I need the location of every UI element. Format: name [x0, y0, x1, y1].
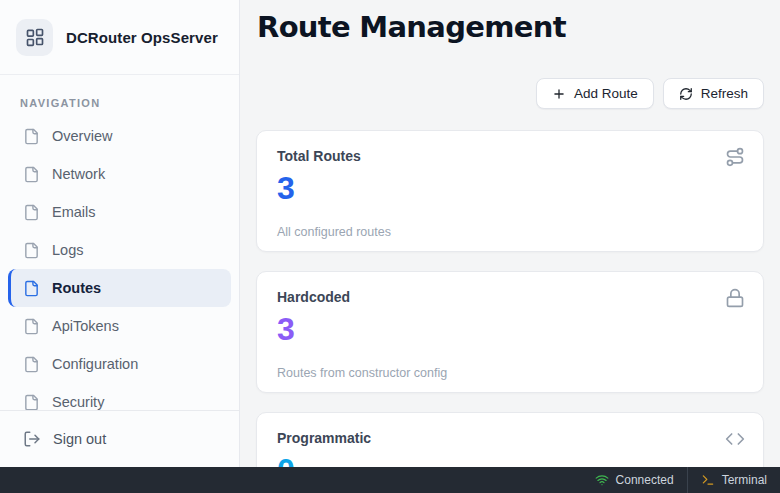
sidebar-item-configuration[interactable]: Configuration: [8, 345, 231, 383]
sidebar-item-logs[interactable]: Logs: [8, 231, 231, 269]
sign-out-button[interactable]: Sign out: [8, 420, 231, 458]
sidebar-item-label: Routes: [52, 280, 101, 296]
sidebar-item-label: Configuration: [52, 356, 138, 372]
card-title: Hardcoded: [277, 289, 743, 305]
card-value: 3: [277, 313, 743, 345]
connection-status[interactable]: Connected: [582, 467, 687, 493]
nav-section-label: NAVIGATION: [20, 97, 219, 109]
refresh-button[interactable]: Refresh: [663, 78, 764, 109]
file-icon: [23, 394, 40, 411]
add-route-button[interactable]: Add Route: [536, 78, 654, 109]
add-route-label: Add Route: [574, 86, 638, 101]
sidebar-item-security[interactable]: Security: [8, 383, 231, 410]
sidebar-item-overview[interactable]: Overview: [8, 117, 231, 155]
terminal-label: Terminal: [722, 473, 767, 487]
content-row: DCRouter OpsServer NAVIGATION Overview N…: [0, 0, 780, 467]
lock-icon: [725, 288, 745, 308]
sidebar-footer: Sign out: [0, 410, 239, 467]
app-window: DCRouter OpsServer NAVIGATION Overview N…: [0, 0, 780, 493]
card-subtitle: Routes from constructor config: [277, 366, 743, 380]
sidebar-item-label: Network: [52, 166, 105, 182]
sidebar-item-label: Emails: [52, 204, 96, 220]
file-icon: [23, 166, 40, 183]
card-title: Programmatic: [277, 430, 743, 446]
card-value: 0: [277, 454, 743, 467]
file-icon: [23, 242, 40, 259]
sidebar-item-network[interactable]: Network: [8, 155, 231, 193]
toolbar: Add Route Refresh: [256, 78, 764, 109]
page-title: Route Management: [257, 11, 764, 44]
card-title: Total Routes: [277, 148, 743, 164]
log-out-icon: [23, 430, 41, 448]
sign-out-label: Sign out: [53, 431, 106, 447]
grid-icon: [16, 19, 53, 56]
refresh-label: Refresh: [701, 86, 748, 101]
code-icon: [725, 429, 745, 449]
wifi-icon: [595, 473, 609, 487]
route-icon: [725, 147, 745, 167]
file-icon: [23, 280, 40, 297]
card-programmatic: Programmatic 0: [256, 412, 764, 467]
connection-status-label: Connected: [616, 473, 674, 487]
brand: DCRouter OpsServer: [0, 0, 239, 75]
sidebar-item-label: Logs: [52, 242, 83, 258]
refresh-icon: [679, 87, 693, 101]
sidebar-item-emails[interactable]: Emails: [8, 193, 231, 231]
card-hardcoded: Hardcoded 3 Routes from constructor conf…: [256, 271, 764, 393]
sidebar-item-routes[interactable]: Routes: [8, 269, 231, 307]
status-bar: Connected Terminal: [0, 467, 780, 493]
terminal-toggle[interactable]: Terminal: [688, 467, 780, 493]
card-subtitle: All configured routes: [277, 225, 743, 239]
sidebar-item-apitokens[interactable]: ApiTokens: [8, 307, 231, 345]
sidebar-nav: Overview Network Emails Logs Routes: [0, 117, 239, 410]
stat-cards: Total Routes 3 All configured routes Har…: [256, 130, 764, 467]
file-icon: [23, 356, 40, 373]
sidebar-item-label: Overview: [52, 128, 112, 144]
brand-title: DCRouter OpsServer: [66, 29, 218, 46]
sidebar-item-label: Security: [52, 394, 104, 410]
file-icon: [23, 318, 40, 335]
card-value: 3: [277, 172, 743, 204]
file-icon: [23, 128, 40, 145]
plus-icon: [552, 87, 566, 101]
sidebar: DCRouter OpsServer NAVIGATION Overview N…: [0, 0, 240, 467]
main-content: Route Management Add Route Refresh Total…: [240, 0, 780, 467]
card-total-routes: Total Routes 3 All configured routes: [256, 130, 764, 252]
sidebar-item-label: ApiTokens: [52, 318, 119, 334]
file-icon: [23, 204, 40, 221]
terminal-icon: [701, 473, 715, 487]
